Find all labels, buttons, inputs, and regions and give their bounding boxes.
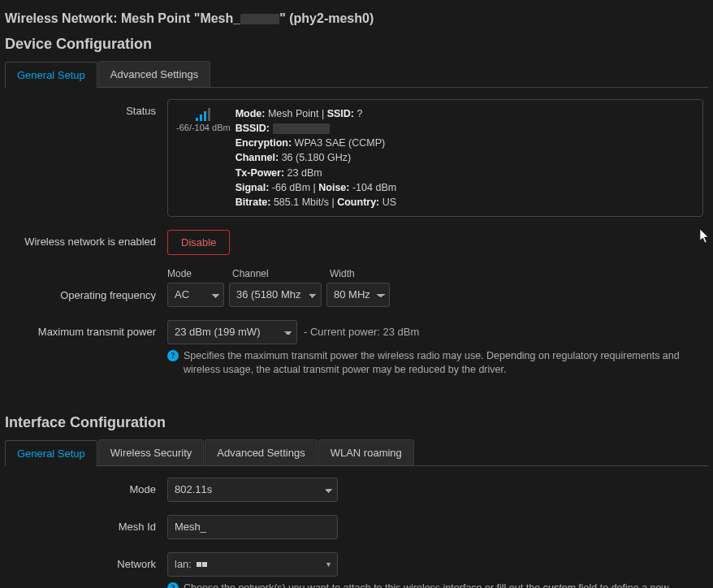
network-label: Network [5, 552, 167, 570]
redacted-title [240, 14, 279, 24]
status-lines: Mode: Mesh Point | SSID: ? BSSID: Encryp… [236, 106, 397, 210]
signal-indicator: -66/-104 dBm [176, 106, 231, 132]
signal-dbm-text: -66/-104 dBm [176, 123, 231, 132]
disable-button[interactable]: Disable [167, 230, 230, 255]
mesh-id-input[interactable] [167, 515, 338, 539]
device-tabs: General Setup Advanced Settings [5, 61, 708, 88]
tab-iface-roaming[interactable]: WLAN roaming [318, 439, 414, 465]
network-help: ? Choose the network(s) you want to atta… [167, 582, 687, 588]
wireless-enabled-label: Wireless network is enabled [5, 230, 167, 248]
operating-frequency-label: Operating frequency [5, 268, 167, 301]
page-title-prefix: Wireless Network: Mesh Point "Mesh_ [5, 11, 240, 25]
freq-mode-select[interactable]: AC [167, 283, 224, 307]
mesh-id-label: Mesh Id [5, 515, 167, 533]
network-select-value: lan: [175, 558, 192, 570]
freq-channel-select[interactable]: 36 (5180 Mhz) [229, 283, 322, 307]
max-tx-power-select[interactable]: 23 dBm (199 mW) [167, 320, 297, 344]
interface-config-heading: Interface Configuration [5, 414, 708, 431]
page-title-suffix: " (phy2-mesh0) [279, 11, 374, 25]
max-tx-power-label: Maximum transmit power [5, 320, 167, 338]
signal-bars-icon [176, 108, 231, 121]
tab-iface-security[interactable]: Wireless Security [98, 439, 204, 465]
status-label: Status [5, 99, 167, 117]
page-title: Wireless Network: Mesh Point "Mesh_" (ph… [5, 11, 708, 26]
tab-iface-advanced[interactable]: Advanced Settings [205, 439, 317, 465]
interface-tabs: General Setup Wireless Security Advanced… [5, 439, 708, 466]
tab-device-general[interactable]: General Setup [5, 62, 97, 88]
max-tx-power-help: ? Specifies the maximum transmit power t… [167, 349, 687, 377]
redacted-bssid [273, 123, 330, 134]
info-icon: ? [167, 350, 179, 361]
device-config-heading: Device Configuration [5, 36, 708, 53]
iface-mode-label: Mode [5, 478, 167, 495]
status-box: -66/-104 dBm Mode: Mesh Point | SSID: ? … [167, 99, 703, 217]
freq-width-select[interactable]: 80 MHz [326, 283, 390, 307]
network-select[interactable]: lan: [167, 552, 338, 577]
current-power-text: - Current power: 23 dBm [304, 326, 419, 338]
freq-column-labels: Mode Channel Width [167, 268, 708, 279]
info-icon: ? [167, 582, 179, 588]
iface-mode-select[interactable]: 802.11s [167, 478, 338, 502]
tab-iface-general[interactable]: General Setup [5, 440, 97, 466]
bridge-icon [197, 562, 207, 567]
tab-device-advanced[interactable]: Advanced Settings [98, 61, 210, 87]
